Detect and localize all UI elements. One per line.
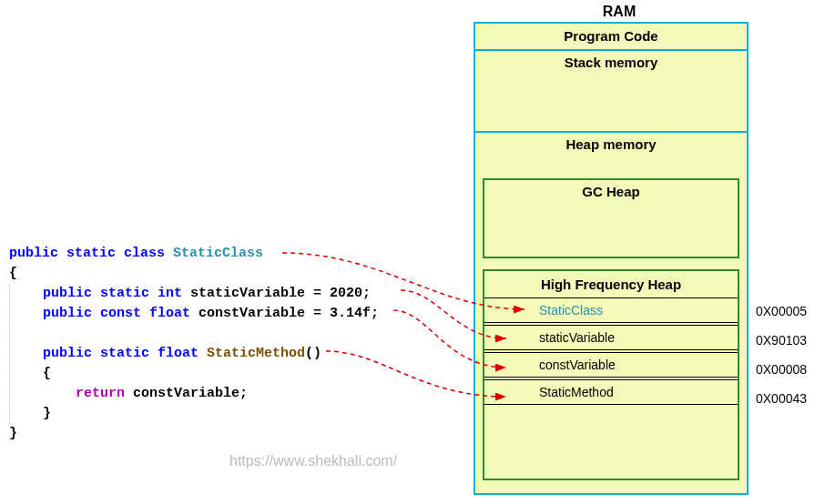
method-name: StaticMethod <box>207 346 305 361</box>
method-brace-open: { <box>9 364 464 384</box>
kw-const: const <box>92 306 141 321</box>
kw-public: public <box>10 286 92 301</box>
const-variable-decl: constVariable = 3.14f; <box>190 306 379 321</box>
class-name: StaticClass <box>173 246 263 261</box>
hf-row-staticvariable: staticVariable <box>484 325 738 350</box>
program-code-segment: Program Code <box>475 24 747 51</box>
static-variable-decl: staticVariable = 2020; <box>182 286 371 301</box>
brace-open: { <box>9 264 464 284</box>
kw-return: return <box>76 386 125 401</box>
heap-segment: Heap memory GC Heap High Frequency Heap … <box>475 133 747 493</box>
kw-static: static <box>92 286 149 301</box>
heap-label: Heap memory <box>475 133 747 152</box>
hf-row-staticclass: StaticClass <box>484 297 738 323</box>
kw-class: class <box>116 246 173 261</box>
addr-0: 0X00005 <box>756 304 807 318</box>
kw-public: public <box>10 306 92 321</box>
brace-close: } <box>9 424 464 444</box>
hf-row-staticmethod: StaticMethod <box>484 379 738 405</box>
hf-heap-label: High Frequency Heap <box>484 271 738 297</box>
kw-static: static <box>92 346 149 361</box>
stack-segment: Stack memory <box>475 51 747 133</box>
diagram-canvas: public static class StaticClass { public… <box>0 0 825 504</box>
ram-box: Program Code Stack memory Heap memory GC… <box>474 22 749 495</box>
kw-float: float <box>149 346 207 361</box>
watermark: https://www.shekhali.com/ <box>229 453 397 469</box>
kw-public: public <box>10 346 92 361</box>
method-brace-close: } <box>9 404 464 424</box>
addr-3: 0X00043 <box>756 391 807 406</box>
return-expr: constVariable; <box>125 386 248 401</box>
kw-int: int <box>149 286 182 301</box>
ram-title: RAM <box>565 4 674 20</box>
kw-static: static <box>58 246 116 261</box>
indent <box>10 386 76 401</box>
paren: () <box>305 346 321 361</box>
addr-1: 0X90103 <box>756 333 807 348</box>
addr-2: 0X00008 <box>756 362 807 377</box>
code-block: public static class StaticClass { public… <box>9 244 464 444</box>
kw-float: float <box>141 306 190 321</box>
hf-heap-box: High Frequency Heap StaticClass staticVa… <box>483 269 739 480</box>
blank-line <box>9 324 464 344</box>
hf-row-constvariable: constVariable <box>484 352 738 378</box>
gc-heap-box: GC Heap <box>483 178 739 258</box>
kw-public: public <box>9 246 58 261</box>
